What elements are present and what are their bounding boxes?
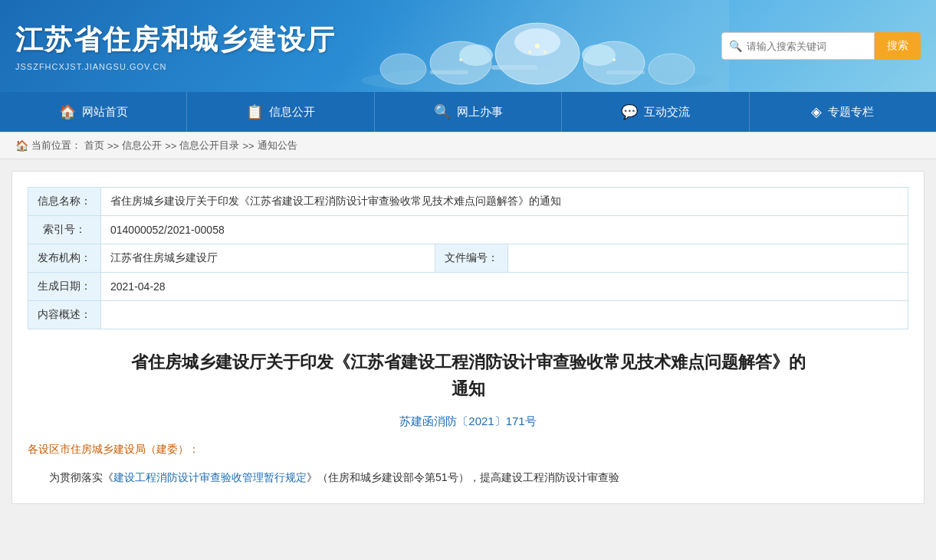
value-index: 014000052/2021-00058 <box>101 216 908 244</box>
nav-item-service[interactable]: 🔍 网上办事 <box>375 92 562 132</box>
service-icon: 🔍 <box>434 103 451 120</box>
label-docnum: 文件编号： <box>435 244 508 273</box>
article-title-line2: 通知 <box>28 375 908 402</box>
svg-point-7 <box>380 54 426 84</box>
svg-point-6 <box>582 44 616 66</box>
svg-point-2 <box>514 28 560 56</box>
info-table: 信息名称： 省住房城乡建设厅关于印发《江苏省建设工程消防设计审查验收常见技术难点… <box>28 187 908 329</box>
label-org: 发布机构： <box>28 244 101 273</box>
highlight-law: 建设工程消防设计审查验收管理暂行规定 <box>113 471 307 483</box>
breadcrumb: 🏠 当前位置： 首页 >> 信息公开 >> 信息公开目录 >> 通知公告 <box>0 132 936 159</box>
nav-item-topic[interactable]: ◈ 专题专栏 <box>750 92 936 132</box>
svg-point-14 <box>544 51 547 54</box>
table-row-summary: 内容概述： <box>28 301 908 329</box>
value-name: 省住房城乡建设厅关于印发《江苏省建设工程消防设计审查验收常见技术难点问题解答》的… <box>101 188 908 216</box>
header: 江苏省住房和城乡建设厅 JSSZFHCXJST.JIANGSU.GOV.CN <box>0 0 936 92</box>
search-input-wrap: 🔍 <box>721 32 875 60</box>
nav-label-topic: 专题专栏 <box>828 105 874 120</box>
svg-rect-9 <box>491 65 537 70</box>
info-icon: 📋 <box>246 103 263 120</box>
svg-point-13 <box>528 51 531 54</box>
value-org: 江苏省住房城乡建设厅 <box>101 244 435 273</box>
svg-point-12 <box>535 44 540 48</box>
label-name: 信息名称： <box>28 188 101 216</box>
nav-item-home[interactable]: 🏠 网站首页 <box>0 92 187 132</box>
article-body: 为贯彻落实《建设工程消防设计审查验收管理暂行规定》（住房和城乡建设部令第51号）… <box>28 467 908 488</box>
breadcrumb-current: 通知公告 <box>258 139 297 152</box>
header-building-illustration <box>346 0 729 92</box>
home-icon: 🏠 <box>59 103 76 120</box>
main-content: 信息名称： 省住房城乡建设厅关于印发《江苏省建设工程消防设计审查验收常见技术难点… <box>11 171 925 504</box>
breadcrumb-link-home[interactable]: 首页 <box>84 139 104 152</box>
search-button[interactable]: 搜索 <box>875 32 921 60</box>
interact-icon: 💬 <box>621 103 638 120</box>
breadcrumb-link-info[interactable]: 信息公开 <box>122 139 162 152</box>
breadcrumb-prefix: 当前位置： <box>31 139 81 152</box>
label-summary: 内容概述： <box>28 301 101 329</box>
svg-point-8 <box>649 54 695 84</box>
nav-label-interact: 互动交流 <box>644 105 690 120</box>
svg-point-4 <box>459 44 493 66</box>
value-summary <box>101 301 908 329</box>
main-nav: 🏠 网站首页 📋 信息公开 🔍 网上办事 💬 互动交流 ◈ 专题专栏 <box>0 92 936 132</box>
nav-label-service: 网上办事 <box>457 105 503 120</box>
table-row-index: 索引号： 014000052/2021-00058 <box>28 216 908 244</box>
table-row-name: 信息名称： 省住房城乡建设厅关于印发《江苏省建设工程消防设计审查验收常见技术难点… <box>28 188 908 216</box>
nav-label-info: 信息公开 <box>269 105 315 120</box>
label-date: 生成日期： <box>28 273 101 301</box>
article-recipient: 各设区市住房城乡建设局（建委）： <box>28 443 908 457</box>
svg-point-15 <box>459 58 462 61</box>
breadcrumb-home-icon: 🏠 <box>15 139 28 152</box>
breadcrumb-link-catalog[interactable]: 信息公开目录 <box>179 139 239 152</box>
nav-item-interact[interactable]: 💬 互动交流 <box>562 92 749 132</box>
article-subtitle: 苏建函消防〔2021〕171号 <box>28 414 908 429</box>
nav-label-home: 网站首页 <box>82 105 128 120</box>
value-date: 2021-04-28 <box>101 273 908 301</box>
search-icon: 🔍 <box>729 40 742 52</box>
topic-icon: ◈ <box>811 103 822 120</box>
article-title: 省住房城乡建设厅关于印发《江苏省建设工程消防设计审查验收常见技术难点问题解答》的… <box>28 349 908 402</box>
nav-item-info[interactable]: 📋 信息公开 <box>187 92 374 132</box>
article-title-line1: 省住房城乡建设厅关于印发《江苏省建设工程消防设计审查验收常见技术难点问题解答》的 <box>28 349 908 375</box>
svg-point-16 <box>613 58 616 61</box>
building-svg <box>353 8 721 92</box>
search-input[interactable] <box>721 32 875 60</box>
svg-rect-10 <box>430 70 468 74</box>
svg-rect-11 <box>606 70 645 74</box>
label-index: 索引号： <box>28 216 101 244</box>
table-row-date: 生成日期： 2021-04-28 <box>28 273 908 301</box>
value-docnum <box>508 244 908 273</box>
table-row-org: 发布机构： 江苏省住房城乡建设厅 文件编号： <box>28 244 908 273</box>
search-area: 🔍 搜索 <box>721 32 921 60</box>
